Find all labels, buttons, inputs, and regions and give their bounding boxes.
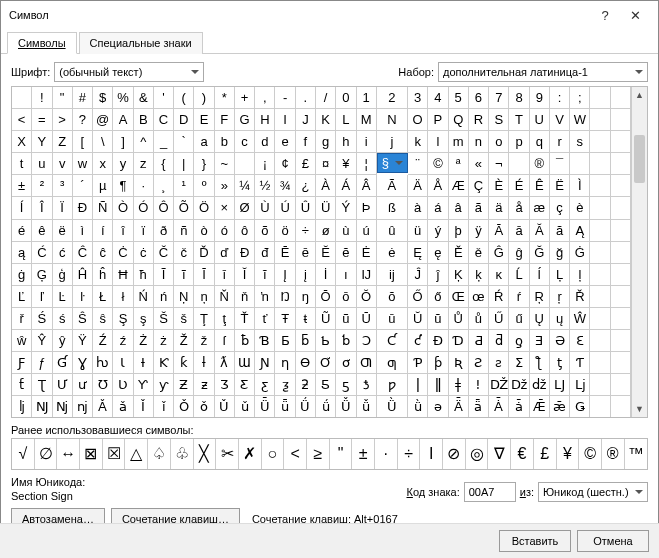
symbol-cell[interactable]: ÷ xyxy=(296,220,316,242)
symbol-cell[interactable] xyxy=(611,87,631,109)
symbol-cell[interactable]: ² xyxy=(32,175,52,197)
symbol-cell[interactable]: Ǉ xyxy=(550,374,570,396)
symbol-cell[interactable]: Ŏ xyxy=(357,286,377,308)
symbol-cell[interactable]: Ƙ xyxy=(154,352,174,374)
symbol-cell[interactable]: ǐ xyxy=(154,396,174,417)
symbol-cell[interactable]: ŀ xyxy=(73,286,93,308)
symbol-cell[interactable]: G xyxy=(235,109,255,131)
recent-cell[interactable]: √ xyxy=(12,439,35,469)
symbol-cell[interactable]: ` xyxy=(174,131,194,153)
symbol-cell[interactable]: Ǐ xyxy=(134,396,154,417)
symbol-cell[interactable]: Ů xyxy=(449,308,469,330)
symbol-cell[interactable]: ¸ xyxy=(154,175,174,197)
symbol-cell[interactable]: ƈ xyxy=(408,330,428,352)
symbol-cell[interactable]: Ħ xyxy=(113,264,133,286)
symbol-cell[interactable]: Ǝ xyxy=(530,330,550,352)
symbol-cell[interactable]: Ū xyxy=(357,308,377,330)
symbol-cell[interactable]: ý xyxy=(428,220,448,242)
symbol-cell[interactable]: Q xyxy=(449,109,469,131)
symbol-cell[interactable]: ǣ xyxy=(550,396,570,417)
symbol-cell[interactable]: Ǥ xyxy=(570,396,590,417)
symbol-cell[interactable]: Ī xyxy=(194,264,214,286)
symbol-cell[interactable]: Ķ xyxy=(449,264,469,286)
symbol-cell[interactable]: İ xyxy=(316,264,336,286)
symbol-cell[interactable]: Ǜ xyxy=(377,396,408,417)
symbol-cell[interactable]: 8 xyxy=(509,87,529,109)
symbol-cell[interactable]: ƒ xyxy=(32,352,52,374)
symbol-cell[interactable]: ¾ xyxy=(275,175,295,197)
symbol-cell[interactable]: Ƣ xyxy=(357,352,377,374)
symbol-cell[interactable] xyxy=(611,330,631,352)
symbol-cell[interactable]: Ʈ xyxy=(32,374,52,396)
symbol-cell[interactable]: ž xyxy=(194,330,214,352)
symbol-cell[interactable]: ĩ xyxy=(174,264,194,286)
symbol-cell[interactable]: ǈ xyxy=(570,374,590,396)
symbol-cell[interactable]: B xyxy=(134,109,154,131)
symbol-cell[interactable]: } xyxy=(194,153,214,175)
symbol-cell[interactable] xyxy=(611,264,631,286)
symbol-cell[interactable]: ń xyxy=(154,286,174,308)
symbol-cell[interactable]: Ɲ xyxy=(255,352,275,374)
symbol-cell[interactable]: Å xyxy=(428,175,448,197)
symbol-cell[interactable]: ® xyxy=(530,153,550,175)
symbol-cell[interactable]: Ɨ xyxy=(134,352,154,374)
symbol-cell[interactable]: Ũ xyxy=(316,308,336,330)
symbol-cell[interactable]: Ƨ xyxy=(469,352,489,374)
symbol-cell[interactable]: Č xyxy=(154,242,174,264)
symbol-cell[interactable] xyxy=(611,308,631,330)
symbol-cell[interactable] xyxy=(590,153,610,175)
symbol-cell[interactable]: ; xyxy=(570,87,590,109)
symbol-cell[interactable]: Á xyxy=(336,175,356,197)
symbol-cell[interactable]: ¢ xyxy=(275,153,295,175)
symbol-cell[interactable]: ƥ xyxy=(428,352,448,374)
symbol-cell[interactable] xyxy=(611,109,631,131)
symbol-cell[interactable]: ă xyxy=(550,220,570,242)
symbol-cell[interactable]: Ŝ xyxy=(73,308,93,330)
symbol-cell[interactable]: ¹ xyxy=(174,175,194,197)
symbol-cell[interactable]: ĝ xyxy=(509,242,529,264)
symbol-cell[interactable]: > xyxy=(53,109,73,131)
symbol-cell[interactable] xyxy=(611,242,631,264)
symbol-cell[interactable]: ǂ xyxy=(449,374,469,396)
symbol-cell[interactable]: ~ xyxy=(215,153,235,175)
symbol-cell[interactable]: 2 xyxy=(377,87,408,109)
symbol-cell[interactable]: Ư xyxy=(53,374,73,396)
symbol-cell[interactable]: Ʋ xyxy=(113,374,133,396)
symbol-cell[interactable]: × xyxy=(215,197,235,219)
symbol-cell[interactable]: È xyxy=(489,175,509,197)
symbol-cell[interactable]: ǝ xyxy=(428,396,448,417)
symbol-cell[interactable]: ģ xyxy=(53,264,73,286)
symbol-cell[interactable]: å xyxy=(509,197,529,219)
symbol-cell[interactable]: ĭ xyxy=(255,264,275,286)
symbol-cell[interactable]: Ű xyxy=(489,308,509,330)
close-icon[interactable]: ✕ xyxy=(620,8,650,23)
tab-special[interactable]: Специальные знаки xyxy=(79,32,203,54)
symbol-cell[interactable]: ­ xyxy=(509,153,529,175)
symbol-cell[interactable]: Ł xyxy=(93,286,113,308)
symbol-cell[interactable]: ŧ xyxy=(296,308,316,330)
symbol-cell[interactable]: Ĩ xyxy=(154,264,174,286)
symbol-cell[interactable]: ė xyxy=(377,242,408,264)
symbol-cell[interactable]: Ü xyxy=(316,197,336,219)
symbol-cell[interactable]: C xyxy=(154,109,174,131)
symbol-cell[interactable] xyxy=(611,396,631,417)
symbol-cell[interactable]: ŗ xyxy=(550,286,570,308)
symbol-cell[interactable]: ƴ xyxy=(154,374,174,396)
symbol-cell[interactable] xyxy=(570,153,590,175)
symbol-cell[interactable]: X xyxy=(12,131,32,153)
symbol-cell[interactable]: ] xyxy=(113,131,133,153)
symbol-cell[interactable]: ť xyxy=(255,308,275,330)
symbol-cell[interactable]: ē xyxy=(296,242,316,264)
symbol-cell[interactable]: ù xyxy=(336,220,356,242)
symbol-cell[interactable]: Ę xyxy=(408,242,428,264)
scroll-track[interactable] xyxy=(632,103,647,401)
symbol-cell[interactable]: Ý xyxy=(336,197,356,219)
symbol-cell[interactable] xyxy=(611,374,631,396)
symbol-cell[interactable]: Ɛ xyxy=(570,330,590,352)
symbol-cell[interactable]: & xyxy=(134,87,154,109)
symbol-cell[interactable]: ň xyxy=(235,286,255,308)
symbol-cell[interactable]: À xyxy=(316,175,336,197)
symbol-cell[interactable]: Ŷ xyxy=(32,330,52,352)
recent-cell[interactable]: ♧ xyxy=(171,439,194,469)
symbol-cell[interactable]: ũ xyxy=(336,308,356,330)
